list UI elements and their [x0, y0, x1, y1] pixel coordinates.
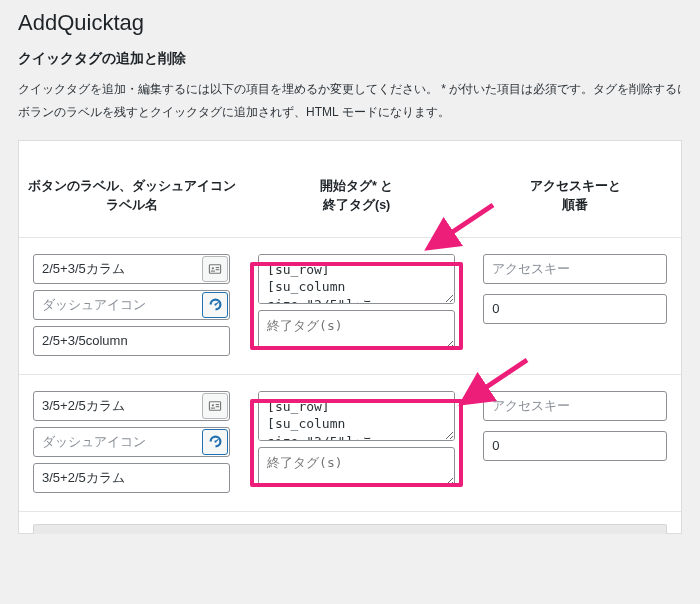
table-header-row: ボタンのラベル、ダッシュアイコン ラベル名 開始タグ* と 終了タグ(s): [19, 141, 681, 237]
start-tag-textarea[interactable]: [258, 254, 455, 304]
description-line-2: ボランのラベルを残すとクイックタグに追加されず、HTML モードになります。: [18, 103, 682, 122]
quicktag-panel: ボタンのラベル、ダッシュアイコン ラベル名 開始タグ* と 終了タグ(s): [18, 140, 682, 534]
dashicon-input[interactable]: [33, 290, 230, 320]
id-card-icon: [202, 393, 228, 419]
th-tags-line1: 開始タグ* と: [320, 179, 393, 193]
panel-footer: [19, 511, 681, 533]
th-label: ボタンのラベル、ダッシュアイコン ラベル名: [19, 177, 244, 215]
th-key: アクセスキーと 順番: [469, 177, 681, 215]
order-input[interactable]: [483, 294, 667, 324]
footer-strip: [33, 524, 667, 534]
th-key-line2: 順番: [562, 198, 588, 212]
end-tag-textarea[interactable]: [258, 447, 455, 487]
svg-point-3: [212, 267, 214, 269]
access-key-input[interactable]: [483, 391, 667, 421]
section-title: クイックタグの追加と削除: [18, 50, 682, 68]
quicktag-row: [19, 374, 681, 511]
th-tags-line2: 終了タグ(s): [323, 198, 390, 212]
dashicon-picker-button[interactable]: [202, 429, 228, 455]
quicktag-row: [19, 237, 681, 374]
order-input[interactable]: [483, 431, 667, 461]
th-label-line1: ボタンのラベル、ダッシュアイコン: [28, 179, 236, 193]
dashicon-picker-button[interactable]: [202, 292, 228, 318]
title-attr-input[interactable]: [33, 463, 230, 493]
description-line-1: クイックタグを追加・編集するには以下の項目を埋めるか変更してください。 * が付…: [18, 80, 682, 99]
end-tag-textarea[interactable]: [258, 310, 455, 350]
access-key-input[interactable]: [483, 254, 667, 284]
svg-rect-10: [209, 402, 220, 410]
start-tag-textarea[interactable]: [258, 391, 455, 441]
page-title: AddQuicktag: [18, 10, 682, 36]
svg-rect-2: [209, 265, 220, 273]
button-label-input[interactable]: [33, 254, 230, 284]
svg-point-11: [212, 404, 214, 406]
th-key-line1: アクセスキーと: [530, 179, 621, 193]
id-card-icon: [202, 256, 228, 282]
button-label-input[interactable]: [33, 391, 230, 421]
th-tags: 開始タグ* と 終了タグ(s): [244, 177, 469, 215]
th-label-line2: ラベル名: [106, 198, 158, 212]
title-attr-input[interactable]: [33, 326, 230, 356]
dashicon-input[interactable]: [33, 427, 230, 457]
